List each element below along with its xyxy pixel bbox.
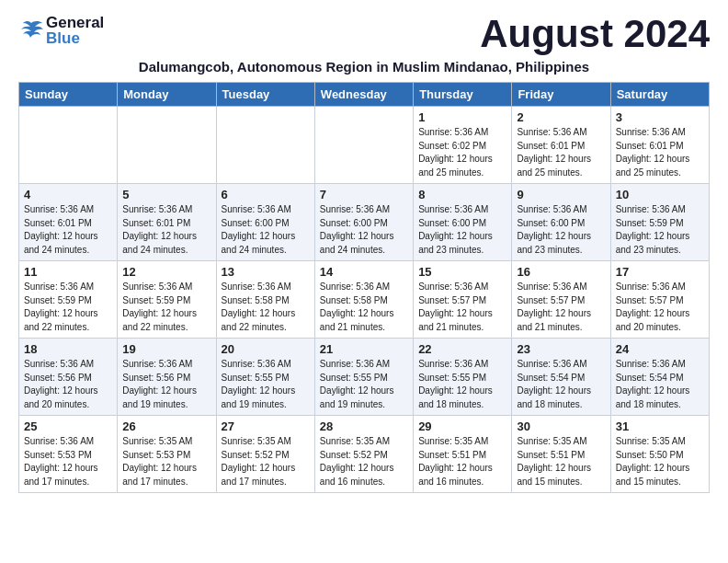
day-info: Sunrise: 5:36 AM Sunset: 6:00 PM Dayligh…	[418, 203, 506, 257]
day-info: Sunrise: 5:36 AM Sunset: 6:00 PM Dayligh…	[222, 203, 310, 257]
day-number: 15	[418, 265, 506, 279]
day-number: 7	[320, 188, 408, 201]
calendar-cell: 12Sunrise: 5:36 AM Sunset: 5:59 PM Dayli…	[118, 261, 216, 339]
col-thursday: Thursday	[414, 83, 512, 107]
calendar-cell: 28Sunrise: 5:35 AM Sunset: 5:52 PM Dayli…	[314, 416, 413, 493]
day-info: Sunrise: 5:36 AM Sunset: 6:01 PM Dayligh…	[517, 126, 605, 179]
day-number: 11	[24, 265, 112, 279]
calendar-cell: 27Sunrise: 5:35 AM Sunset: 5:52 PM Dayli…	[216, 416, 314, 493]
day-info: Sunrise: 5:35 AM Sunset: 5:51 PM Dayligh…	[418, 435, 506, 488]
day-info: Sunrise: 5:36 AM Sunset: 5:55 PM Dayligh…	[320, 358, 408, 411]
logo-general: General	[46, 15, 104, 30]
day-info: Sunrise: 5:35 AM Sunset: 5:53 PM Dayligh…	[122, 435, 210, 488]
day-info: Sunrise: 5:36 AM Sunset: 5:57 PM Dayligh…	[517, 281, 605, 334]
calendar-cell: 26Sunrise: 5:35 AM Sunset: 5:53 PM Dayli…	[118, 416, 216, 493]
calendar-week-5: 25Sunrise: 5:36 AM Sunset: 5:53 PM Dayli…	[19, 416, 710, 493]
calendar-cell: 8Sunrise: 5:36 AM Sunset: 6:00 PM Daylig…	[414, 184, 512, 261]
calendar-cell	[216, 107, 314, 184]
calendar-cell: 30Sunrise: 5:35 AM Sunset: 5:51 PM Dayli…	[512, 416, 610, 493]
day-info: Sunrise: 5:36 AM Sunset: 5:55 PM Dayligh…	[418, 358, 506, 411]
logo-blue: Blue	[46, 30, 104, 46]
day-number: 18	[24, 342, 112, 356]
day-number: 8	[418, 188, 506, 201]
calendar-body: 1Sunrise: 5:36 AM Sunset: 6:02 PM Daylig…	[19, 107, 710, 493]
col-wednesday: Wednesday	[314, 83, 413, 107]
calendar-cell: 11Sunrise: 5:36 AM Sunset: 5:59 PM Dayli…	[19, 261, 118, 339]
calendar-cell: 5Sunrise: 5:36 AM Sunset: 6:01 PM Daylig…	[118, 184, 216, 261]
calendar-cell: 16Sunrise: 5:36 AM Sunset: 5:57 PM Dayli…	[512, 261, 610, 339]
col-sunday: Sunday	[19, 83, 118, 107]
col-saturday: Saturday	[610, 83, 709, 107]
day-number: 25	[24, 419, 112, 433]
calendar-cell	[314, 107, 413, 184]
day-info: Sunrise: 5:35 AM Sunset: 5:52 PM Dayligh…	[320, 435, 408, 488]
calendar-cell: 17Sunrise: 5:36 AM Sunset: 5:57 PM Dayli…	[610, 261, 709, 339]
day-number: 10	[616, 188, 704, 201]
calendar-cell: 6Sunrise: 5:36 AM Sunset: 6:00 PM Daylig…	[216, 184, 314, 261]
location-subtitle: Dalumangcob, Autonomous Region in Muslim…	[18, 59, 710, 75]
page: General Blue August 2024 Dalumangcob, Au…	[0, 0, 728, 508]
day-number: 20	[222, 342, 310, 356]
day-info: Sunrise: 5:36 AM Sunset: 6:01 PM Dayligh…	[24, 203, 112, 257]
day-info: Sunrise: 5:36 AM Sunset: 6:00 PM Dayligh…	[320, 203, 408, 257]
col-monday: Monday	[118, 83, 216, 107]
day-number: 12	[122, 265, 210, 279]
day-info: Sunrise: 5:36 AM Sunset: 5:58 PM Dayligh…	[320, 281, 408, 334]
day-info: Sunrise: 5:36 AM Sunset: 5:59 PM Dayligh…	[24, 281, 112, 334]
calendar-cell: 4Sunrise: 5:36 AM Sunset: 6:01 PM Daylig…	[19, 184, 118, 261]
calendar-cell: 31Sunrise: 5:35 AM Sunset: 5:50 PM Dayli…	[610, 416, 709, 493]
calendar-week-2: 4Sunrise: 5:36 AM Sunset: 6:01 PM Daylig…	[19, 184, 710, 261]
calendar-cell: 22Sunrise: 5:36 AM Sunset: 5:55 PM Dayli…	[414, 339, 512, 416]
day-info: Sunrise: 5:36 AM Sunset: 5:59 PM Dayligh…	[122, 281, 210, 334]
calendar-cell: 14Sunrise: 5:36 AM Sunset: 5:58 PM Dayli…	[314, 261, 413, 339]
title-block: August 2024	[480, 15, 710, 53]
day-number: 1	[418, 110, 506, 124]
calendar-cell: 23Sunrise: 5:36 AM Sunset: 5:54 PM Dayli…	[512, 339, 610, 416]
day-number: 9	[517, 188, 605, 201]
day-number: 22	[418, 342, 506, 356]
day-info: Sunrise: 5:36 AM Sunset: 5:54 PM Dayligh…	[616, 358, 704, 411]
day-info: Sunrise: 5:35 AM Sunset: 5:52 PM Dayligh…	[222, 435, 310, 488]
calendar-cell: 19Sunrise: 5:36 AM Sunset: 5:56 PM Dayli…	[118, 339, 216, 416]
calendar-cell: 7Sunrise: 5:36 AM Sunset: 6:00 PM Daylig…	[314, 184, 413, 261]
calendar-cell: 18Sunrise: 5:36 AM Sunset: 5:56 PM Dayli…	[19, 339, 118, 416]
day-info: Sunrise: 5:36 AM Sunset: 5:56 PM Dayligh…	[24, 358, 112, 411]
calendar-cell: 10Sunrise: 5:36 AM Sunset: 5:59 PM Dayli…	[610, 184, 709, 261]
calendar-week-1: 1Sunrise: 5:36 AM Sunset: 6:02 PM Daylig…	[19, 107, 710, 184]
calendar-cell: 15Sunrise: 5:36 AM Sunset: 5:57 PM Dayli…	[414, 261, 512, 339]
day-number: 26	[122, 419, 210, 433]
day-number: 21	[320, 342, 408, 356]
bird-icon	[18, 19, 44, 41]
day-number: 13	[222, 265, 310, 279]
header: General Blue August 2024	[18, 15, 710, 53]
day-number: 30	[517, 419, 605, 433]
calendar-cell: 20Sunrise: 5:36 AM Sunset: 5:55 PM Dayli…	[216, 339, 314, 416]
calendar-header-row: Sunday Monday Tuesday Wednesday Thursday…	[19, 83, 710, 107]
calendar-table: Sunday Monday Tuesday Wednesday Thursday…	[18, 82, 710, 493]
day-info: Sunrise: 5:35 AM Sunset: 5:50 PM Dayligh…	[616, 435, 704, 488]
day-number: 28	[320, 419, 408, 433]
month-year-title: August 2024	[480, 15, 710, 53]
calendar-cell: 24Sunrise: 5:36 AM Sunset: 5:54 PM Dayli…	[610, 339, 709, 416]
calendar-week-4: 18Sunrise: 5:36 AM Sunset: 5:56 PM Dayli…	[19, 339, 710, 416]
day-number: 4	[24, 188, 112, 201]
calendar-week-3: 11Sunrise: 5:36 AM Sunset: 5:59 PM Dayli…	[19, 261, 710, 339]
calendar-cell: 13Sunrise: 5:36 AM Sunset: 5:58 PM Dayli…	[216, 261, 314, 339]
calendar-cell	[118, 107, 216, 184]
day-info: Sunrise: 5:36 AM Sunset: 5:58 PM Dayligh…	[222, 281, 310, 334]
day-number: 5	[122, 188, 210, 201]
day-number: 14	[320, 265, 408, 279]
calendar-cell: 25Sunrise: 5:36 AM Sunset: 5:53 PM Dayli…	[19, 416, 118, 493]
day-number: 6	[222, 188, 310, 201]
col-tuesday: Tuesday	[216, 83, 314, 107]
day-info: Sunrise: 5:36 AM Sunset: 5:54 PM Dayligh…	[517, 358, 605, 411]
day-info: Sunrise: 5:36 AM Sunset: 5:57 PM Dayligh…	[616, 281, 704, 334]
calendar-cell	[19, 107, 118, 184]
calendar-cell: 3Sunrise: 5:36 AM Sunset: 6:01 PM Daylig…	[610, 107, 709, 184]
day-number: 24	[616, 342, 704, 356]
calendar-cell: 9Sunrise: 5:36 AM Sunset: 6:00 PM Daylig…	[512, 184, 610, 261]
day-info: Sunrise: 5:35 AM Sunset: 5:51 PM Dayligh…	[517, 435, 605, 488]
day-number: 16	[517, 265, 605, 279]
day-number: 23	[517, 342, 605, 356]
day-number: 17	[616, 265, 704, 279]
